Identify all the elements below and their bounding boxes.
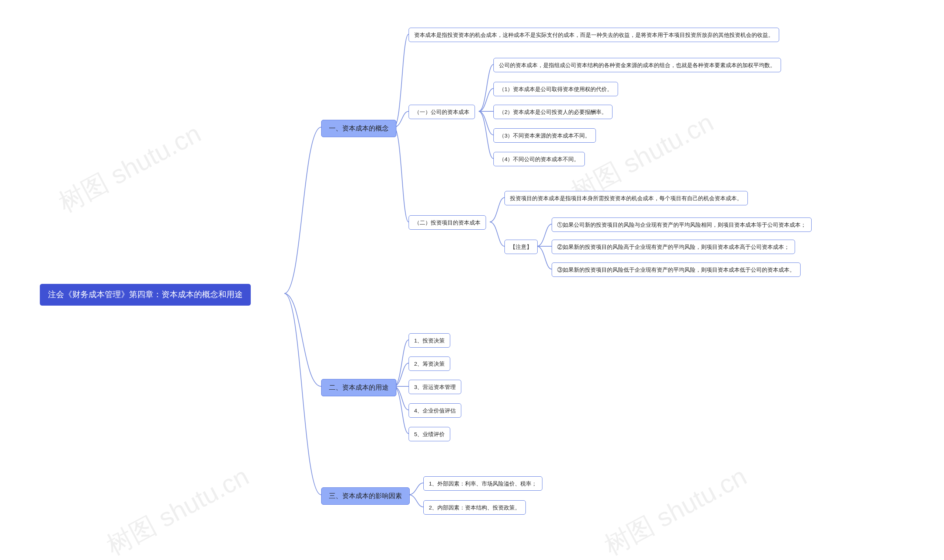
node-concept-definition[interactable]: 资本成本是指投资资本的机会成本，这种成本不是实际支付的成本，而是一种失去的收益，… xyxy=(408,28,779,42)
node-concept[interactable]: 一、资本成本的概念 xyxy=(321,120,396,137)
watermark: 树图 shutu.cn xyxy=(53,117,207,220)
node-project-cost-def[interactable]: 投资项目的资本成本是指项目本身所需投资资本的机会成本，每个项目有自己的机会资本成… xyxy=(504,191,748,205)
node-company-cost-d[interactable]: （3）不同资本来源的资本成本不同。 xyxy=(493,128,596,143)
watermark: 树图 shutu.cn xyxy=(599,459,753,560)
node-usage-e[interactable]: 5、业绩评价 xyxy=(408,427,450,441)
node-project-cost[interactable]: （二）投资项目的资本成本 xyxy=(408,215,486,230)
node-usage-a[interactable]: 1、投资决策 xyxy=(408,333,450,348)
node-usage-b[interactable]: 2、筹资决策 xyxy=(408,357,450,371)
node-note-b[interactable]: ②如果新的投资项目的风险高于企业现有资产的平均风险，则项目资本成本高于公司资本成… xyxy=(552,240,795,254)
node-note[interactable]: 【注意】 xyxy=(504,240,537,254)
node-company-cost-c[interactable]: （2）资本成本是公司投资人的必要报酬率。 xyxy=(493,105,613,119)
node-factors-a[interactable]: 1、外部因素：利率、市场风险溢价、税率； xyxy=(423,476,542,491)
mindmap-root[interactable]: 注会《财务成本管理》第四章：资本成本的概念和用途 xyxy=(40,284,251,306)
node-company-cost[interactable]: （一）公司的资本成本 xyxy=(408,105,475,119)
node-note-c[interactable]: ③如果新的投资项目的风险低于企业现有资产的平均风险，则项目资本成本低于公司的资本… xyxy=(552,263,801,277)
node-company-cost-a[interactable]: 公司的资本成本，是指组成公司资本结构的各种资金来源的成本的组合，也就是各种资本要… xyxy=(493,58,781,72)
watermark: 树图 shutu.cn xyxy=(101,459,255,560)
node-usage[interactable]: 二、资本成本的用途 xyxy=(321,379,396,396)
node-usage-d[interactable]: 4、企业价值评估 xyxy=(408,403,461,418)
node-note-a[interactable]: ①如果公司新的投资项目的风险与企业现有资产的平均风险相同，则项目资本成本等于公司… xyxy=(552,217,812,232)
node-factors-b[interactable]: 2、内部因素：资本结构、投资政策。 xyxy=(423,500,526,515)
node-company-cost-e[interactable]: （4）不同公司的资本成本不同。 xyxy=(493,152,585,166)
node-company-cost-b[interactable]: （1）资本成本是公司取得资本使用权的代价。 xyxy=(493,82,618,96)
node-factors[interactable]: 三、资本成本的影响因素 xyxy=(321,488,410,505)
node-usage-c[interactable]: 3、营运资本管理 xyxy=(408,380,461,394)
